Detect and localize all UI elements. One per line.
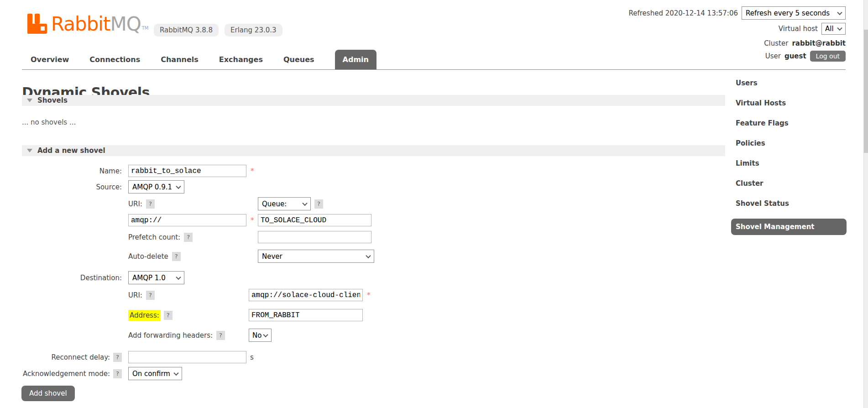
sidebar-item-cluster[interactable]: Cluster xyxy=(731,178,847,188)
help-icon[interactable]: ? xyxy=(113,353,122,362)
refreshed-timestamp: Refreshed 2020-12-14 13:57:06 xyxy=(629,9,738,17)
user-name: guest xyxy=(784,52,806,60)
destination-label: Destination: xyxy=(0,271,122,284)
forward-headers-select-control[interactable]: No xyxy=(249,329,272,342)
tab-channels[interactable]: Channels xyxy=(161,55,199,64)
sidebar-item-users[interactable]: Users xyxy=(731,78,847,88)
section-header-shovels[interactable]: Shovels xyxy=(22,95,725,106)
address-label-row: Address: ? xyxy=(128,309,173,321)
erlang-version-badge: Erlang 23.0.3 xyxy=(225,24,282,37)
name-field-row: * xyxy=(128,165,255,177)
vertical-scrollbar-thumb[interactable] xyxy=(864,30,868,153)
sidebar-item-shovel-status[interactable]: Shovel Status xyxy=(731,199,847,209)
tab-queues[interactable]: Queues xyxy=(283,55,314,64)
source-endpoint-kind-select-control[interactable]: Queue: xyxy=(258,197,311,210)
forward-headers-label: Add forwarding headers: xyxy=(128,331,213,340)
ack-mode-select-control[interactable]: On confirm xyxy=(128,367,182,380)
sidebar-item-feature-flags[interactable]: Feature Flags xyxy=(731,118,847,128)
source-uri-input-row: * xyxy=(128,214,255,226)
admin-sidebar: Users Virtual Hosts Feature Flags Polici… xyxy=(731,78,847,235)
tab-admin[interactable]: Admin xyxy=(335,50,376,69)
forward-headers-select[interactable]: No xyxy=(249,329,272,342)
name-label: Name: xyxy=(0,165,122,177)
reconnect-delay-input-row: s xyxy=(128,351,254,363)
source-queue-input-row xyxy=(258,214,371,226)
prefetch-count-input[interactable] xyxy=(258,231,371,243)
tab-overview[interactable]: Overview xyxy=(31,55,69,64)
prefetch-label-row: Prefetch count: ? xyxy=(128,231,193,243)
source-uri-input[interactable] xyxy=(128,214,246,226)
rabbitmq-logo-icon xyxy=(27,14,51,35)
help-icon[interactable]: ? xyxy=(184,233,193,242)
help-icon[interactable]: ? xyxy=(172,252,181,261)
main-nav-tabs: Overview Connections Channels Exchanges … xyxy=(31,50,376,69)
trademark-text: TM xyxy=(142,26,149,31)
cluster-label: Cluster xyxy=(764,39,788,47)
auto-delete-select[interactable]: Never xyxy=(258,250,374,263)
reconnect-delay-unit: s xyxy=(250,353,254,361)
virtual-host-select-control[interactable]: All xyxy=(821,23,846,35)
address-input-row xyxy=(249,309,363,321)
help-icon[interactable]: ? xyxy=(146,291,155,300)
cluster-name: rabbit@rabbit xyxy=(792,39,846,47)
section-title-shovels: Shovels xyxy=(37,96,68,105)
help-icon[interactable]: ? xyxy=(113,369,122,378)
help-icon[interactable]: ? xyxy=(146,199,155,209)
tab-connections[interactable]: Connections xyxy=(89,55,140,64)
help-icon[interactable]: ? xyxy=(216,331,225,340)
source-queue-input[interactable] xyxy=(258,214,371,226)
source-protocol-select[interactable]: AMQP 0.9.1 xyxy=(128,180,184,194)
sidebar-item-virtual-hosts[interactable]: Virtual Hosts xyxy=(731,98,847,108)
collapse-triangle-icon xyxy=(27,149,32,152)
prefetch-input-row xyxy=(258,231,371,243)
required-marker: * xyxy=(250,167,255,175)
destination-label-text: Destination: xyxy=(80,274,122,282)
auto-delete-label: Auto-delete xyxy=(128,252,168,261)
user-label: User xyxy=(765,52,781,60)
source-label-text: Source: xyxy=(96,183,122,191)
logout-button[interactable]: Log out xyxy=(810,51,846,62)
destination-uri-label: URI: xyxy=(128,291,142,299)
ack-mode-label: Acknowledgement mode: xyxy=(23,370,110,378)
help-icon[interactable]: ? xyxy=(314,199,323,209)
brand-text-rabbit: Rabbit xyxy=(51,14,110,35)
prefetch-label: Prefetch count: xyxy=(128,233,180,241)
source-endpoint-row: Queue: ? xyxy=(258,197,323,210)
tab-exchanges[interactable]: Exchanges xyxy=(219,55,263,64)
tabs-divider xyxy=(22,69,846,70)
destination-uri-label-row: URI: ? xyxy=(128,289,155,301)
sidebar-item-policies[interactable]: Policies xyxy=(731,138,847,148)
reconnect-delay-label: Reconnect delay: xyxy=(52,353,110,361)
source-label: Source: xyxy=(0,180,122,194)
help-icon[interactable]: ? xyxy=(164,311,173,320)
source-protocol-select-control[interactable]: AMQP 0.9.1 xyxy=(128,180,184,194)
rabbitmq-version-badge: RabbitMQ 3.8.8 xyxy=(154,24,219,37)
required-marker: * xyxy=(366,291,371,299)
add-shovel-button[interactable]: Add shovel xyxy=(21,386,75,401)
refresh-interval-select[interactable]: Refresh every 5 seconds xyxy=(742,6,846,20)
version-badges: RabbitMQ 3.8.8 Erlang 23.0.3 xyxy=(154,24,282,37)
rabbitmq-logo[interactable]: Rabbit MQ TM xyxy=(27,14,149,35)
virtual-host-label: Virtual host xyxy=(779,25,818,33)
ack-mode-label-row: Acknowledgement mode: ? xyxy=(0,367,122,380)
destination-uri-input-row: * xyxy=(249,289,371,301)
reconnect-delay-label-row: Reconnect delay: ? xyxy=(0,351,122,363)
source-uri-label-row: URI: ? xyxy=(128,197,155,210)
shovel-name-input[interactable] xyxy=(128,165,246,177)
rabbitmq-management-page: Rabbit MQ TM RabbitMQ 3.8.8 Erlang 23.0.… xyxy=(0,0,868,408)
destination-protocol-select-control[interactable]: AMQP 1.0 xyxy=(128,271,184,284)
refresh-interval-select-control[interactable]: Refresh every 5 seconds xyxy=(742,6,846,20)
section-title-add-shovel: Add a new shovel xyxy=(37,146,105,155)
source-endpoint-kind-select[interactable]: Queue: xyxy=(258,197,311,210)
ack-mode-select[interactable]: On confirm xyxy=(128,367,182,380)
auto-delete-select-control[interactable]: Never xyxy=(258,250,374,263)
reconnect-delay-input[interactable] xyxy=(128,351,246,363)
destination-address-input[interactable] xyxy=(249,309,363,321)
sidebar-item-shovel-management[interactable]: Shovel Management xyxy=(731,219,847,235)
brand-text-mq: MQ xyxy=(110,14,141,35)
destination-protocol-select[interactable]: AMQP 1.0 xyxy=(128,271,184,284)
virtual-host-select[interactable]: All xyxy=(821,23,846,35)
section-header-add-shovel[interactable]: Add a new shovel xyxy=(22,145,725,156)
destination-uri-input[interactable] xyxy=(249,289,363,301)
sidebar-item-limits[interactable]: Limits xyxy=(731,158,847,168)
